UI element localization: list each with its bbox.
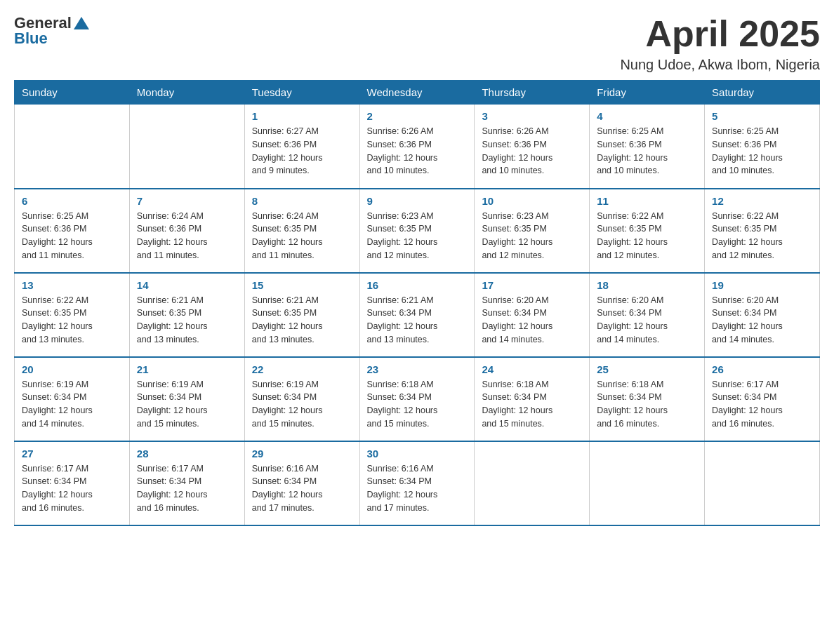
header-tuesday: Tuesday <box>244 81 359 105</box>
day-number: 13 <box>22 279 122 291</box>
day-number: 14 <box>137 279 237 291</box>
calendar-cell: 29Sunrise: 6:16 AM Sunset: 6:34 PM Dayli… <box>244 441 359 525</box>
day-number: 23 <box>367 363 468 375</box>
day-number: 6 <box>22 195 122 207</box>
day-info: Sunrise: 6:19 AM Sunset: 6:34 PM Dayligh… <box>137 378 237 431</box>
calendar-cell: 16Sunrise: 6:21 AM Sunset: 6:34 PM Dayli… <box>359 273 475 357</box>
day-info: Sunrise: 6:24 AM Sunset: 6:35 PM Dayligh… <box>252 210 352 262</box>
header-thursday: Thursday <box>475 81 590 105</box>
day-info: Sunrise: 6:20 AM Sunset: 6:34 PM Dayligh… <box>712 294 812 347</box>
day-info: Sunrise: 6:21 AM Sunset: 6:35 PM Dayligh… <box>137 294 237 347</box>
calendar-cell: 14Sunrise: 6:21 AM Sunset: 6:35 PM Dayli… <box>129 273 244 357</box>
day-info: Sunrise: 6:25 AM Sunset: 6:36 PM Dayligh… <box>712 125 812 177</box>
logo: General Blue <box>14 14 89 48</box>
calendar-cell: 6Sunrise: 6:25 AM Sunset: 6:36 PM Daylig… <box>15 189 130 273</box>
calendar-cell: 18Sunrise: 6:20 AM Sunset: 6:34 PM Dayli… <box>590 273 705 357</box>
calendar-cell: 3Sunrise: 6:26 AM Sunset: 6:36 PM Daylig… <box>475 105 590 189</box>
day-info: Sunrise: 6:20 AM Sunset: 6:34 PM Dayligh… <box>482 294 582 347</box>
day-number: 26 <box>712 363 812 375</box>
calendar-cell: 5Sunrise: 6:25 AM Sunset: 6:36 PM Daylig… <box>705 105 820 189</box>
day-info: Sunrise: 6:16 AM Sunset: 6:34 PM Dayligh… <box>367 462 468 515</box>
calendar-cell: 12Sunrise: 6:22 AM Sunset: 6:35 PM Dayli… <box>705 189 820 273</box>
calendar-cell <box>129 105 244 189</box>
day-number: 11 <box>597 195 697 207</box>
calendar-cell <box>705 441 820 525</box>
calendar-cell: 10Sunrise: 6:23 AM Sunset: 6:35 PM Dayli… <box>475 189 590 273</box>
day-info: Sunrise: 6:17 AM Sunset: 6:34 PM Dayligh… <box>137 462 237 515</box>
day-info: Sunrise: 6:20 AM Sunset: 6:34 PM Dayligh… <box>597 294 697 347</box>
calendar-cell <box>15 105 130 189</box>
calendar-cell <box>590 441 705 525</box>
day-info: Sunrise: 6:27 AM Sunset: 6:36 PM Dayligh… <box>252 125 352 177</box>
svg-marker-0 <box>74 17 89 29</box>
day-number: 18 <box>597 279 697 291</box>
day-info: Sunrise: 6:18 AM Sunset: 6:34 PM Dayligh… <box>367 378 468 431</box>
day-number: 4 <box>597 110 697 122</box>
calendar-cell: 1Sunrise: 6:27 AM Sunset: 6:36 PM Daylig… <box>244 105 359 189</box>
day-info: Sunrise: 6:22 AM Sunset: 6:35 PM Dayligh… <box>22 294 122 347</box>
day-number: 2 <box>367 110 468 122</box>
calendar-cell: 7Sunrise: 6:24 AM Sunset: 6:36 PM Daylig… <box>129 189 244 273</box>
header-sunday: Sunday <box>15 81 130 105</box>
calendar-cell: 21Sunrise: 6:19 AM Sunset: 6:34 PM Dayli… <box>129 357 244 441</box>
calendar-cell: 24Sunrise: 6:18 AM Sunset: 6:34 PM Dayli… <box>475 357 590 441</box>
day-number: 8 <box>252 195 352 207</box>
calendar-cell: 17Sunrise: 6:20 AM Sunset: 6:34 PM Dayli… <box>475 273 590 357</box>
day-number: 5 <box>712 110 812 122</box>
day-number: 29 <box>252 448 352 459</box>
day-info: Sunrise: 6:17 AM Sunset: 6:34 PM Dayligh… <box>22 462 122 515</box>
title-area: April 2025 Nung Udoe, Akwa Ibom, Nigeria <box>620 14 820 73</box>
page-header: General Blue April 2025 Nung Udoe, Akwa … <box>14 14 820 73</box>
day-info: Sunrise: 6:26 AM Sunset: 6:36 PM Dayligh… <box>367 125 468 177</box>
calendar-cell: 19Sunrise: 6:20 AM Sunset: 6:34 PM Dayli… <box>705 273 820 357</box>
day-info: Sunrise: 6:16 AM Sunset: 6:34 PM Dayligh… <box>252 462 352 515</box>
header-monday: Monday <box>129 81 244 105</box>
day-number: 30 <box>367 448 468 459</box>
calendar-cell: 11Sunrise: 6:22 AM Sunset: 6:35 PM Dayli… <box>590 189 705 273</box>
day-number: 1 <box>252 110 352 122</box>
calendar-cell: 27Sunrise: 6:17 AM Sunset: 6:34 PM Dayli… <box>15 441 130 525</box>
day-number: 16 <box>367 279 468 291</box>
calendar-week-row: 20Sunrise: 6:19 AM Sunset: 6:34 PM Dayli… <box>15 357 820 441</box>
day-info: Sunrise: 6:21 AM Sunset: 6:34 PM Dayligh… <box>367 294 468 347</box>
day-number: 10 <box>482 195 582 207</box>
location-text: Nung Udoe, Akwa Ibom, Nigeria <box>620 57 820 73</box>
calendar-cell: 25Sunrise: 6:18 AM Sunset: 6:34 PM Dayli… <box>590 357 705 441</box>
day-number: 20 <box>22 363 122 375</box>
day-info: Sunrise: 6:22 AM Sunset: 6:35 PM Dayligh… <box>712 210 812 262</box>
calendar-week-row: 6Sunrise: 6:25 AM Sunset: 6:36 PM Daylig… <box>15 189 820 273</box>
calendar-table: Sunday Monday Tuesday Wednesday Thursday… <box>14 80 820 526</box>
calendar-cell: 13Sunrise: 6:22 AM Sunset: 6:35 PM Dayli… <box>15 273 130 357</box>
calendar-cell: 4Sunrise: 6:25 AM Sunset: 6:36 PM Daylig… <box>590 105 705 189</box>
day-number: 27 <box>22 448 122 459</box>
day-info: Sunrise: 6:19 AM Sunset: 6:34 PM Dayligh… <box>22 378 122 431</box>
month-title: April 2025 <box>620 14 820 54</box>
day-number: 28 <box>137 448 237 459</box>
calendar-week-row: 13Sunrise: 6:22 AM Sunset: 6:35 PM Dayli… <box>15 273 820 357</box>
day-info: Sunrise: 6:23 AM Sunset: 6:35 PM Dayligh… <box>367 210 468 262</box>
calendar-cell: 23Sunrise: 6:18 AM Sunset: 6:34 PM Dayli… <box>359 357 475 441</box>
day-number: 12 <box>712 195 812 207</box>
calendar-cell: 2Sunrise: 6:26 AM Sunset: 6:36 PM Daylig… <box>359 105 475 189</box>
calendar-week-row: 27Sunrise: 6:17 AM Sunset: 6:34 PM Dayli… <box>15 441 820 525</box>
day-info: Sunrise: 6:22 AM Sunset: 6:35 PM Dayligh… <box>597 210 697 262</box>
calendar-cell: 30Sunrise: 6:16 AM Sunset: 6:34 PM Dayli… <box>359 441 475 525</box>
day-info: Sunrise: 6:17 AM Sunset: 6:34 PM Dayligh… <box>712 378 812 431</box>
day-number: 25 <box>597 363 697 375</box>
calendar-cell: 28Sunrise: 6:17 AM Sunset: 6:34 PM Dayli… <box>129 441 244 525</box>
calendar-cell: 9Sunrise: 6:23 AM Sunset: 6:35 PM Daylig… <box>359 189 475 273</box>
day-info: Sunrise: 6:19 AM Sunset: 6:34 PM Dayligh… <box>252 378 352 431</box>
logo-triangle-icon <box>74 17 89 29</box>
day-number: 15 <box>252 279 352 291</box>
header-saturday: Saturday <box>705 81 820 105</box>
calendar-week-row: 1Sunrise: 6:27 AM Sunset: 6:36 PM Daylig… <box>15 105 820 189</box>
day-number: 17 <box>482 279 582 291</box>
day-info: Sunrise: 6:18 AM Sunset: 6:34 PM Dayligh… <box>482 378 582 431</box>
calendar-header: Sunday Monday Tuesday Wednesday Thursday… <box>15 81 820 105</box>
day-number: 24 <box>482 363 582 375</box>
day-number: 9 <box>367 195 468 207</box>
calendar-cell: 22Sunrise: 6:19 AM Sunset: 6:34 PM Dayli… <box>244 357 359 441</box>
calendar-cell <box>475 441 590 525</box>
day-info: Sunrise: 6:18 AM Sunset: 6:34 PM Dayligh… <box>597 378 697 431</box>
day-info: Sunrise: 6:26 AM Sunset: 6:36 PM Dayligh… <box>482 125 582 177</box>
